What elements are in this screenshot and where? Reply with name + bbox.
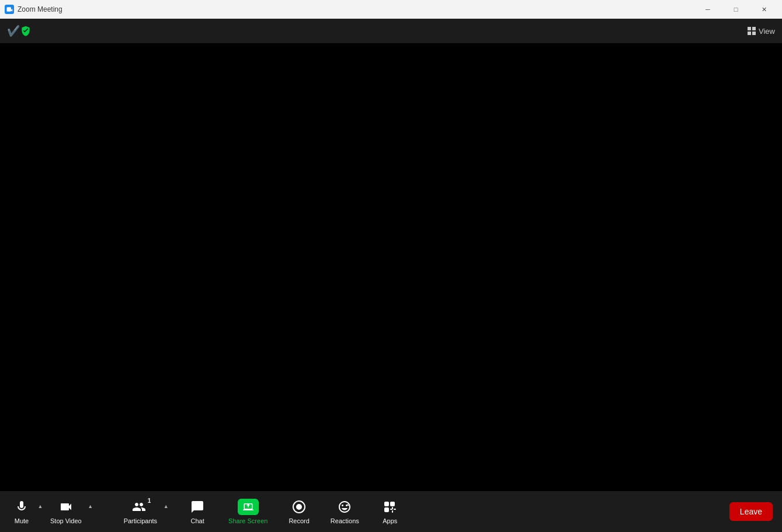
chat-label: Chat bbox=[190, 517, 204, 524]
stop-video-section: Stop Video ▲ bbox=[46, 496, 96, 527]
leave-button[interactable]: Leave bbox=[729, 502, 773, 521]
participants-button[interactable]: 1 Participants bbox=[119, 496, 162, 527]
apps-icon bbox=[382, 499, 398, 515]
participants-caret-button[interactable]: ▲ bbox=[161, 503, 171, 520]
microphone-icon bbox=[13, 499, 30, 515]
stop-video-label: Stop Video bbox=[50, 517, 82, 524]
share-screen-icon-bg bbox=[238, 499, 259, 515]
apps-label: Apps bbox=[383, 517, 397, 524]
app-title: Zoom Meeting bbox=[18, 5, 62, 13]
title-bar-left: Zoom Meeting bbox=[5, 5, 62, 14]
chat-icon bbox=[189, 499, 206, 515]
reactions-icon bbox=[336, 499, 353, 515]
security-shield-icon: ✔️ bbox=[7, 25, 32, 37]
reactions-button[interactable]: Reactions bbox=[326, 496, 364, 527]
app-icon bbox=[5, 5, 14, 14]
record-label: Record bbox=[289, 517, 309, 524]
stop-video-button[interactable]: Stop Video bbox=[46, 496, 86, 527]
video-caret-button[interactable]: ▲ bbox=[85, 503, 96, 520]
minimize-button[interactable]: ─ bbox=[694, 0, 721, 19]
svg-point-1 bbox=[296, 504, 302, 510]
mute-section: Mute ▲ bbox=[7, 496, 46, 527]
mute-button[interactable]: Mute bbox=[7, 496, 36, 527]
view-button[interactable]: View bbox=[748, 27, 775, 36]
window-controls: ─ □ ✕ bbox=[694, 0, 777, 19]
record-button[interactable]: Record bbox=[284, 496, 314, 527]
close-button[interactable]: ✕ bbox=[750, 0, 777, 19]
participants-section: 1 Participants ▲ bbox=[119, 496, 171, 527]
reactions-label: Reactions bbox=[331, 517, 359, 524]
mute-label: Mute bbox=[15, 517, 29, 524]
reactions-section: Reactions bbox=[326, 496, 364, 527]
participants-icon: 1 bbox=[132, 499, 148, 515]
camera-icon bbox=[58, 499, 74, 515]
title-bar: Zoom Meeting ─ □ ✕ bbox=[0, 0, 782, 19]
apps-section: Apps bbox=[376, 496, 405, 527]
toolbar: Mute ▲ Stop Video ▲ 1 Participants bbox=[0, 491, 782, 532]
view-label: View bbox=[759, 27, 775, 36]
share-screen-label: Share Screen bbox=[228, 517, 267, 524]
share-screen-section: Share Screen bbox=[224, 496, 272, 527]
grid-icon bbox=[748, 27, 756, 35]
video-area bbox=[0, 43, 782, 491]
share-screen-button[interactable]: Share Screen bbox=[224, 496, 272, 527]
maximize-button[interactable]: □ bbox=[722, 0, 749, 19]
record-section: Record bbox=[284, 496, 314, 527]
participants-label: Participants bbox=[124, 517, 157, 524]
mute-caret-button[interactable]: ▲ bbox=[35, 503, 46, 520]
chat-button[interactable]: Chat bbox=[183, 496, 212, 527]
record-icon bbox=[291, 499, 307, 515]
apps-button[interactable]: Apps bbox=[376, 496, 405, 527]
participant-count: 1 bbox=[148, 498, 151, 504]
top-bar: ✔️ View bbox=[0, 19, 782, 43]
chat-section: Chat bbox=[183, 496, 212, 527]
